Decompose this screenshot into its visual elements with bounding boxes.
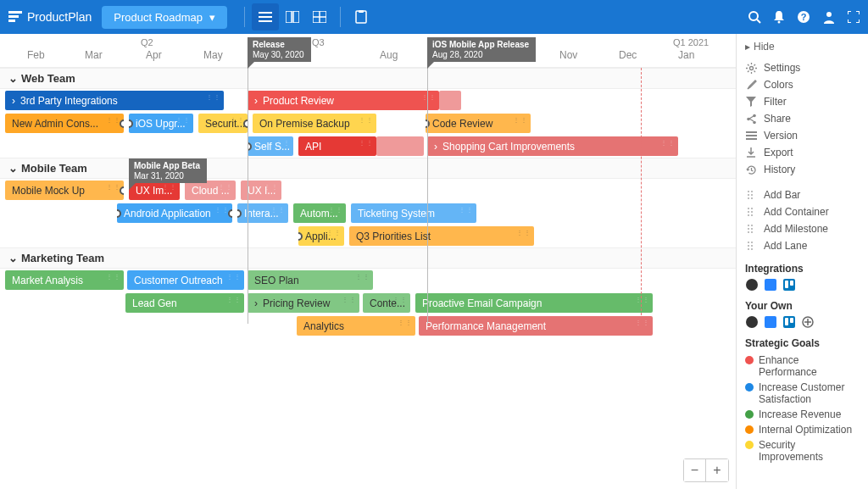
- roadmap-bar[interactable]: On Premise Backup⋮⋮: [253, 114, 376, 133]
- roadmap-bar[interactable]: SEO Plan⋮⋮: [248, 270, 373, 290]
- roadmap-bar[interactable]: ›Product Review⋮⋮: [248, 91, 439, 110]
- sidebar-item-add-bar[interactable]: Add Bar: [745, 186, 860, 203]
- roadmap-bar[interactable]: Conte...⋮⋮: [363, 293, 410, 313]
- user-icon[interactable]: [822, 10, 836, 24]
- roadmap-bar[interactable]: Proactive Email Campaign⋮⋮: [415, 293, 653, 313]
- github-icon[interactable]: [745, 315, 759, 329]
- roadmap-bar[interactable]: Q3 Priorities List⋮⋮: [349, 226, 534, 246]
- fullscreen-icon[interactable]: [848, 11, 860, 23]
- roadmap-canvas[interactable]: Q2Q3Q4Q1 2021FebMarAprMayAugNovDecJanRel…: [0, 34, 736, 489]
- connector-left[interactable]: [248, 142, 252, 151]
- connector-right[interactable]: [228, 209, 232, 218]
- milestone-date: May 30, 2020: [253, 50, 304, 60]
- roadmap-bar[interactable]: ›Pricing Review⋮⋮: [248, 293, 359, 313]
- roadmap-bar[interactable]: ›3rd Party Integrations⋮⋮: [5, 91, 224, 110]
- roadmap-bar[interactable]: Market Analysis⋮⋮: [5, 270, 124, 290]
- sidebar-item-history[interactable]: History: [745, 161, 860, 178]
- roadmap-bar[interactable]: Performance Management⋮⋮: [419, 316, 653, 336]
- search-icon[interactable]: [748, 10, 761, 24]
- roadmap-bar[interactable]: Mobile Mock Up⋮⋮: [5, 181, 124, 200]
- connector-left[interactable]: [117, 209, 121, 218]
- sidebar-item-add-milestone[interactable]: Add Milestone: [745, 220, 860, 237]
- connector-left[interactable]: [129, 119, 133, 128]
- sidebar-item-add-lane[interactable]: Add Lane: [745, 237, 860, 254]
- connector-right[interactable]: [120, 186, 124, 195]
- roadmap-bar[interactable]: Code Review⋮⋮: [426, 114, 531, 133]
- connector-left[interactable]: [237, 209, 242, 218]
- lane-header[interactable]: ⌄Marketing Team: [0, 247, 736, 269]
- grip-icon: ⋮⋮: [275, 139, 291, 147]
- roadmap-bar[interactable]: Self S...⋮⋮: [248, 136, 293, 156]
- roadmap-bar[interactable]: UX Im...⋮⋮: [129, 181, 180, 200]
- roadmap-bar-trail[interactable]: [376, 136, 424, 156]
- add-integration-icon[interactable]: [801, 315, 815, 329]
- goal-color-dot: [745, 356, 754, 364]
- roadmap-bar[interactable]: Lead Gen⋮⋮: [125, 293, 244, 313]
- svg-point-49: [751, 248, 753, 250]
- funnel-icon: [745, 97, 757, 107]
- roadmap-bar-trail[interactable]: [439, 91, 461, 110]
- roadmap-bar[interactable]: Securit...⋮⋮: [198, 114, 248, 133]
- svg-rect-7: [293, 11, 299, 23]
- grip-icon: ⋮⋮: [162, 183, 177, 191]
- roadmap-bar[interactable]: UX I...⋮⋮: [241, 181, 281, 200]
- grip-icon: ⋮⋮: [459, 206, 474, 214]
- download-icon: [745, 147, 757, 158]
- milestone-flag[interactable]: Mobile App BetaMar 31, 2020: [129, 158, 207, 183]
- connector-left[interactable]: [298, 232, 303, 241]
- grip-icon: ⋮⋮: [328, 206, 343, 214]
- sidebar-item-settings[interactable]: Settings: [745, 59, 860, 76]
- lane-header[interactable]: ⌄Web Team: [0, 68, 736, 89]
- trello-icon[interactable]: [782, 315, 796, 329]
- connector-left[interactable]: [426, 119, 430, 128]
- goal-item[interactable]: Increase Customer Satisfaction: [745, 380, 860, 407]
- sidebar-item-version[interactable]: Version: [745, 127, 860, 144]
- roadmap-bar[interactable]: ›Shopping Cart Improvements⋮⋮: [427, 136, 678, 156]
- roadmap-bar[interactable]: Analytics⋮⋮: [297, 316, 415, 336]
- roadmap-bar[interactable]: Android Application⋮⋮: [117, 203, 232, 223]
- roadmap-bar[interactable]: iOS Upgr...⋮⋮: [129, 114, 193, 133]
- clipboard-button[interactable]: [348, 3, 375, 31]
- zoom-in-button[interactable]: +: [706, 459, 728, 481]
- milestone-flag[interactable]: iOS Mobile App ReleaseAug 28, 2020: [427, 37, 536, 62]
- milestone-flag[interactable]: ReleaseMay 30, 2020: [248, 37, 311, 62]
- grip-icon: ⋮⋮: [326, 229, 342, 236]
- sidebar-item-filter[interactable]: Filter: [745, 93, 860, 110]
- goal-item[interactable]: Security Improvements: [745, 437, 860, 464]
- lane-header[interactable]: ⌄Mobile Team: [0, 158, 736, 179]
- zoom-out-button[interactable]: −: [684, 459, 706, 481]
- table-view-button[interactable]: [306, 3, 333, 31]
- board-view-button[interactable]: [279, 3, 306, 31]
- roadmap-selector[interactable]: Product Roadmap ▾: [102, 6, 227, 29]
- lane-row: Market Analysis⋮⋮Customer Outreach⋮⋮SEO …: [0, 269, 736, 292]
- hide-sidebar-button[interactable]: ▸ Hide: [745, 41, 860, 53]
- roadmap-bar[interactable]: New Admin Cons...⋮⋮: [5, 114, 124, 133]
- lane-rows: Mobile Mock Up⋮⋮UX Im...⋮⋮Cloud ...⋮⋮UX …: [0, 179, 736, 247]
- svg-point-46: [748, 245, 749, 247]
- jira-icon[interactable]: [764, 315, 777, 329]
- roadmap-bar[interactable]: Cloud ...⋮⋮: [185, 181, 236, 200]
- goal-item[interactable]: Enhance Performance: [745, 353, 860, 380]
- connector-right[interactable]: [243, 119, 248, 128]
- roadmap-bar[interactable]: Intera...⋮⋮: [237, 203, 288, 223]
- roadmap-bar[interactable]: Appli...⋮⋮: [298, 226, 344, 246]
- timeline-view-button[interactable]: [252, 3, 279, 31]
- connector-right[interactable]: [120, 119, 124, 128]
- jira-icon[interactable]: [764, 278, 777, 292]
- trello-icon[interactable]: [782, 278, 796, 292]
- app-logo[interactable]: ProductPlan: [8, 10, 92, 24]
- sidebar-item-share[interactable]: Share: [745, 110, 860, 127]
- bell-icon[interactable]: [773, 10, 785, 24]
- roadmap-bar[interactable]: Ticketing System⋮⋮: [351, 203, 476, 223]
- help-icon[interactable]: ?: [797, 10, 810, 24]
- sidebar-item-export[interactable]: Export: [745, 144, 860, 161]
- your-own-icons: [745, 315, 860, 329]
- github-icon[interactable]: [745, 278, 759, 292]
- roadmap-bar[interactable]: Autom...⋮⋮: [293, 203, 346, 223]
- goal-item[interactable]: Internal Optimization: [745, 422, 860, 437]
- roadmap-bar[interactable]: Customer Outreach⋮⋮: [127, 270, 244, 290]
- goal-item[interactable]: Increase Revenue: [745, 407, 860, 422]
- sidebar-item-colors[interactable]: Colors: [745, 76, 860, 93]
- roadmap-bar[interactable]: API⋮⋮: [298, 136, 376, 156]
- sidebar-item-add-container[interactable]: Add Container: [745, 203, 860, 220]
